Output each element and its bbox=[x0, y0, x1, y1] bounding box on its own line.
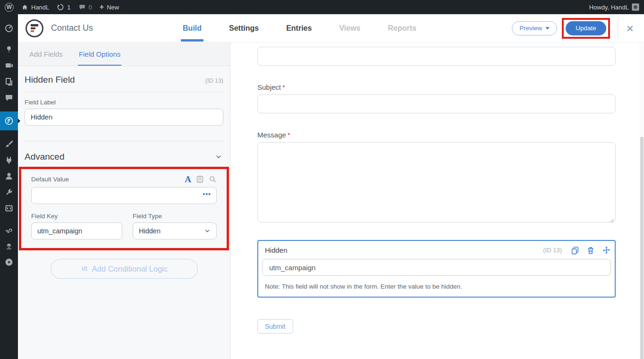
message-field[interactable]: Message* bbox=[257, 131, 616, 224]
sidebar-item-pages[interactable] bbox=[0, 74, 18, 90]
default-value-header: Default Value A bbox=[31, 175, 217, 184]
sidebar-item-dashboard[interactable] bbox=[0, 20, 18, 36]
tab-settings[interactable]: Settings bbox=[229, 14, 259, 43]
preview-button[interactable]: Preview bbox=[512, 21, 557, 35]
sidebar-item-plugins[interactable] bbox=[0, 152, 18, 168]
tab-build[interactable]: Build bbox=[183, 14, 202, 43]
sidebar-item-videos[interactable] bbox=[0, 254, 18, 270]
message-label: Message bbox=[257, 131, 286, 139]
formidable-icon bbox=[4, 116, 14, 126]
wp-admin-bar: W HandL 1 0 + New Howdy, HandL bbox=[0, 0, 644, 14]
update-button[interactable]: Update bbox=[566, 21, 606, 35]
conditional-logic-row: Add Conditional Logic bbox=[25, 259, 223, 279]
sidebar-item-comments[interactable] bbox=[0, 90, 18, 106]
chevron-down-icon bbox=[204, 228, 211, 234]
field-type-select[interactable]: Hidden bbox=[133, 222, 217, 239]
howdy-label: Howdy, HandL bbox=[589, 4, 629, 11]
resize-grip-icon[interactable] bbox=[610, 218, 614, 223]
wrench-icon bbox=[4, 188, 14, 197]
comment-bubble-icon bbox=[4, 93, 14, 103]
sidebar-item-formidable[interactable] bbox=[0, 111, 18, 130]
sidebar-item-media[interactable] bbox=[0, 58, 18, 74]
builder-tabs: Build Settings Entries Views Reports bbox=[183, 14, 416, 43]
settings-icon bbox=[4, 204, 14, 213]
scrollbar-thumb[interactable] bbox=[640, 137, 644, 359]
hidden-field-header: Hidden (ID 13) bbox=[261, 245, 612, 259]
submit-button[interactable]: Submit bbox=[257, 319, 293, 333]
divider bbox=[25, 92, 223, 92]
message-textarea[interactable] bbox=[257, 142, 616, 222]
calculator-icon[interactable] bbox=[196, 175, 204, 183]
tab-views[interactable]: Views bbox=[339, 14, 360, 43]
hidden-field-selected[interactable]: Hidden (ID 13) Note: This field will not… bbox=[257, 240, 616, 298]
close-icon[interactable]: × bbox=[623, 22, 637, 34]
panel-body: Hidden Field (ID 13) Field Label Advance… bbox=[18, 66, 230, 279]
sidebar-item-handl-utm[interactable] bbox=[0, 222, 18, 238]
advanced-section-toggle[interactable]: Advanced bbox=[25, 148, 223, 166]
default-value-input[interactable] bbox=[31, 187, 217, 204]
add-conditional-logic-button[interactable]: Add Conditional Logic bbox=[51, 259, 198, 279]
plugin-icon bbox=[4, 155, 14, 165]
wp-admin-sidebar bbox=[0, 14, 18, 359]
field-type-label: Field Type bbox=[133, 213, 217, 220]
subject-field[interactable]: Subject* bbox=[257, 83, 616, 113]
handl-utm-icon bbox=[4, 225, 14, 235]
wp-logo-menu[interactable]: W bbox=[5, 3, 14, 12]
vertical-scrollbar[interactable] bbox=[639, 43, 644, 359]
top-field bbox=[257, 47, 616, 66]
tab-entries[interactable]: Entries bbox=[286, 14, 312, 43]
my-account-menu[interactable]: Howdy, HandL bbox=[589, 3, 639, 11]
default-value-label: Default Value bbox=[31, 176, 69, 183]
hidden-field-id-badge: (ID 13) bbox=[543, 247, 562, 254]
default-value-field: ••• bbox=[31, 187, 217, 204]
paintbrush-icon bbox=[4, 139, 14, 149]
form-canvas: Subject* Message* Hidden (ID 13) Note: bbox=[230, 43, 644, 359]
sidebar-item-settings[interactable] bbox=[0, 200, 18, 216]
tab-add-fields[interactable]: Add Fields bbox=[29, 43, 63, 66]
field-label-group: Field Label bbox=[25, 99, 223, 126]
tab-field-options[interactable]: Field Options bbox=[79, 43, 120, 66]
site-name-label: HandL bbox=[31, 4, 49, 11]
duplicate-icon[interactable] bbox=[571, 246, 579, 255]
hidden-field-input[interactable] bbox=[262, 259, 611, 276]
field-key-input[interactable] bbox=[31, 222, 122, 239]
user-icon bbox=[4, 171, 14, 181]
sidebar-item-users[interactable] bbox=[0, 168, 18, 184]
search-icon[interactable] bbox=[209, 175, 217, 183]
delete-icon[interactable] bbox=[586, 246, 595, 255]
divider bbox=[25, 141, 223, 141]
form-fields-column: Subject* Message* Hidden (ID 13) Note: bbox=[257, 47, 616, 333]
advanced-title: Advanced bbox=[25, 152, 65, 162]
field-type-value: Hidden bbox=[139, 227, 161, 235]
user-avatar bbox=[632, 3, 639, 11]
update-highlight-annotation: Update bbox=[562, 18, 610, 39]
default-value-tools: A bbox=[185, 175, 217, 184]
comments-icon bbox=[78, 3, 86, 11]
preview-label: Preview bbox=[519, 25, 542, 32]
text-format-icon[interactable]: A bbox=[185, 175, 191, 184]
wordpress-logo-icon: W bbox=[5, 3, 14, 12]
header-divider bbox=[618, 18, 618, 38]
field-id-badge: (ID 13) bbox=[205, 77, 223, 84]
subject-label: Subject bbox=[257, 83, 281, 91]
tab-reports[interactable]: Reports bbox=[388, 14, 416, 43]
field-label-input[interactable] bbox=[25, 109, 223, 126]
top-field-input[interactable] bbox=[257, 47, 616, 66]
hidden-field-note: Note: This field will not show in the fo… bbox=[265, 283, 611, 290]
subject-input[interactable] bbox=[257, 94, 616, 113]
required-asterisk: * bbox=[282, 83, 285, 91]
hidden-field-label: Hidden bbox=[265, 246, 288, 254]
sidebar-item-posts[interactable] bbox=[0, 42, 18, 58]
message-label-row: Message* bbox=[257, 131, 616, 139]
field-key-group: Field Key bbox=[31, 213, 122, 239]
sidebar-item-security[interactable] bbox=[0, 238, 18, 254]
sidebar-item-appearance[interactable] bbox=[0, 136, 18, 152]
site-name-menu[interactable]: HandL bbox=[21, 4, 49, 11]
comments-menu[interactable]: 0 bbox=[78, 3, 92, 11]
move-icon[interactable] bbox=[602, 246, 611, 255]
panel-tabs: Add Fields Field Options bbox=[18, 43, 230, 66]
updates-menu[interactable]: 1 bbox=[57, 3, 70, 11]
new-content-menu[interactable]: + New bbox=[100, 3, 119, 11]
sidebar-item-tools[interactable] bbox=[0, 184, 18, 200]
more-options-icon[interactable]: ••• bbox=[203, 190, 211, 198]
